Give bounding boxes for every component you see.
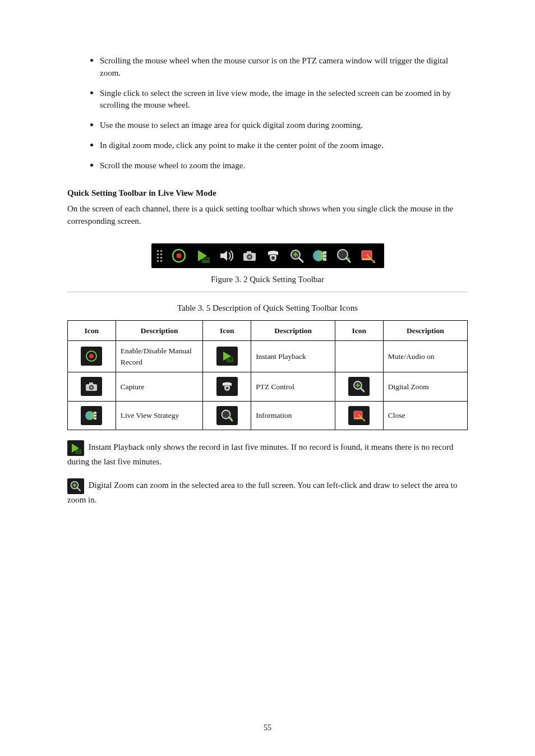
quick-setting-toolbar: 5m [151, 243, 384, 268]
table-desc-cell: Capture [116, 372, 203, 402]
digital-zoom-icon [67, 478, 84, 494]
page: Scrolling the mouse wheel when the mouse… [0, 0, 535, 756]
svg-rect-18 [323, 258, 326, 261]
table-header: Description [116, 320, 203, 341]
ptz-icon [216, 377, 238, 396]
svg-text:5m: 5m [203, 259, 207, 262]
section-title: Quick Setting Toolbar in Live View Mode [67, 187, 468, 200]
info-icon [216, 406, 238, 425]
page-number: 55 [0, 722, 535, 734]
feature-item: Scrolling the mouse wheel when the mouse… [100, 54, 468, 80]
feature-item: Single click to select the screen in liv… [100, 86, 468, 112]
table-desc-cell: Close [383, 401, 467, 430]
svg-rect-31 [89, 382, 93, 385]
instant-playback-icon: 5m [193, 247, 211, 265]
table-desc-cell: Enable/Disable Manual Record [116, 341, 203, 372]
svg-point-9 [248, 256, 251, 259]
table-icon-cell [68, 341, 116, 372]
record-icon [81, 347, 102, 366]
capture-icon [81, 377, 102, 396]
table-desc-cell: Live View Strategy [116, 401, 203, 430]
strategy-icon [81, 406, 102, 425]
svg-point-1 [176, 253, 181, 259]
svg-rect-41 [94, 414, 96, 417]
table-row: Capture PTZ Control Digital Zoom [68, 372, 468, 402]
table-header: Description [383, 320, 467, 341]
table-header: Icon [68, 320, 116, 341]
close-icon [358, 247, 376, 265]
strategy-icon [311, 247, 329, 265]
svg-rect-42 [94, 417, 96, 420]
table-row: Enable/Disable Manual Record 5m Instant … [68, 341, 468, 372]
svg-point-26 [89, 354, 94, 358]
table-icon-cell: 5m [203, 341, 251, 372]
info-icon [335, 247, 353, 265]
svg-text:5m: 5m [76, 450, 80, 453]
svg-rect-17 [323, 255, 326, 257]
inline-paragraph-text: Instant Playback only shows the record i… [67, 443, 453, 467]
svg-point-34 [225, 387, 228, 390]
ptz-icon [264, 247, 282, 265]
toolbar-figure: 5m [67, 243, 468, 269]
table-icon-cell [335, 401, 384, 430]
table-icon-cell [335, 372, 384, 402]
table-icon-cell [335, 341, 384, 372]
svg-point-39 [85, 411, 94, 420]
svg-rect-40 [94, 412, 96, 414]
record-icon [170, 247, 188, 265]
close-icon [348, 406, 370, 425]
table-desc-cell: Mute/Audio on [383, 341, 467, 372]
svg-rect-16 [323, 251, 326, 254]
table-desc-cell: Instant Playback [251, 341, 335, 372]
svg-line-36 [361, 388, 364, 391]
svg-marker-5 [220, 251, 227, 261]
svg-point-10 [271, 256, 275, 260]
table-desc-cell: Information [251, 401, 335, 430]
table-desc-cell: PTZ Control [251, 372, 335, 402]
table-icon-cell [203, 401, 251, 430]
table-icon-cell [68, 372, 116, 402]
svg-point-33 [90, 386, 93, 389]
figure-caption: Figure 3. 2 Quick Setting Toolbar [67, 274, 468, 286]
svg-text:5m: 5m [228, 358, 232, 362]
section-divider [67, 292, 468, 292]
inline-paragraph: 5m Instant Playback only shows the recor… [67, 440, 468, 468]
svg-rect-46 [354, 418, 362, 420]
inline-paragraph: Digital Zoom can zoom in the selected ar… [67, 478, 468, 506]
feature-item: Scroll the mouse wheel to zoom the image… [100, 159, 468, 172]
instant-playback-icon: 5m [67, 440, 84, 456]
feature-item: In digital zoom mode, click any point to… [100, 139, 468, 152]
digital-zoom-icon [348, 377, 370, 396]
table-header: Icon [335, 320, 384, 341]
table-header-row: Icon Description Icon Description Icon D… [68, 320, 468, 341]
svg-rect-7 [247, 251, 251, 253]
table-header: Icon [203, 320, 251, 341]
inline-paragraph-text: Digital Zoom can zoom in the selected ar… [67, 481, 457, 505]
table-caption: Table 3. 5 Description of Quick Setting … [67, 302, 468, 315]
table-row: Live View Strategy Information Close [68, 401, 468, 430]
table-icon-cell [203, 372, 251, 402]
feature-list: Scrolling the mouse wheel when the mouse… [84, 54, 468, 172]
quick-setting-icon-table: Icon Description Icon Description Icon D… [67, 320, 468, 431]
table-desc-cell: Digital Zoom [383, 372, 467, 402]
svg-line-53 [77, 488, 81, 491]
feature-item: Use the mouse to select an image area fo… [100, 118, 468, 132]
section-text: On the screen of each channel, there is … [67, 203, 468, 228]
instant-playback-icon: 5m [216, 347, 238, 366]
table-header: Description [251, 320, 335, 341]
digital-zoom-icon [288, 247, 306, 265]
svg-line-12 [299, 258, 303, 262]
table-icon-cell [68, 401, 116, 430]
audio-icon [217, 247, 235, 265]
svg-point-15 [313, 250, 324, 261]
capture-icon [241, 247, 259, 265]
grip-icon [157, 250, 162, 262]
